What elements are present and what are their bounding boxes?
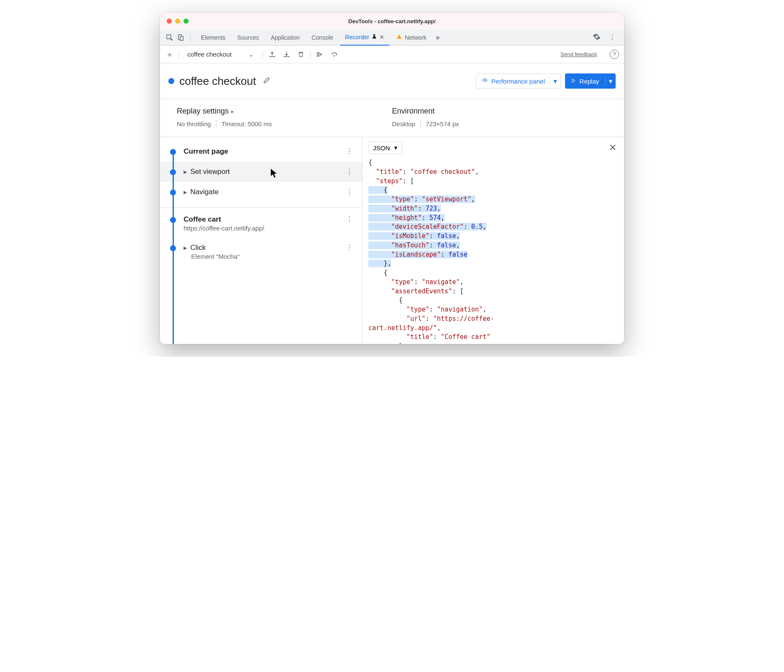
maximize-window-icon[interactable] [184,19,189,24]
titlebar[interactable]: DevTools - coffee-cart.netlify.app/ [160,13,624,30]
steps-panel: Current page ⋮ ▶ Set viewport ⋮ [160,137,362,344]
code-header: JSON ▾ ✕ [362,137,624,158]
step-over-icon[interactable] [329,49,339,60]
inspect-element-icon[interactable] [165,33,174,42]
devtools-window: DevTools - coffee-cart.netlify.app/ Elem… [160,13,624,344]
close-tab-icon[interactable]: ✕ [379,34,384,41]
environment-viewport: 723×574 px [426,120,459,127]
play-icon [571,78,576,85]
step-menu-icon[interactable]: ⋮ [344,244,354,252]
step-bullet-icon [170,245,176,251]
step-sublabel: https://coffee-cart.netlify.app/ [184,225,344,232]
expand-icon[interactable]: ▶ [184,245,187,251]
step-set-viewport[interactable]: ▶ Set viewport ⋮ [160,162,362,182]
performance-panel-button[interactable]: Performance panel ▾ [476,73,561,89]
chevron-right-icon: ▸ [231,108,234,114]
recording-title: coffee checkout [179,75,256,88]
chevron-down-icon: ⌄ [249,51,254,58]
recording-selector[interactable]: coffee checkout ⌄ [183,51,258,58]
expand-icon[interactable]: ▶ [184,169,187,175]
replay-settings-title[interactable]: Replay settings ▸ [177,107,392,116]
tab-recorder[interactable]: Recorder ✕ [340,30,390,46]
step-label: Click [190,244,206,252]
svg-rect-2 [180,36,183,41]
delete-icon[interactable] [296,49,306,60]
more-tabs-icon[interactable]: » [433,33,443,42]
replay-dropdown-icon[interactable]: ▾ [605,77,616,85]
perf-dropdown-icon[interactable]: ▾ [550,77,560,85]
speedometer-icon [481,77,488,85]
format-selector[interactable]: JSON ▾ [368,141,402,154]
throttling-value: No throttling [177,120,211,127]
main-split: Current page ⋮ ▶ Set viewport ⋮ [160,137,624,344]
step-navigate[interactable]: ▶ Navigate ⋮ [160,182,362,202]
edit-title-icon[interactable] [263,76,270,86]
new-recording-button[interactable]: ＋ [165,50,174,59]
close-code-panel-icon[interactable]: ✕ [607,142,618,153]
devtools-tabs: Elements Sources Application Console Rec… [160,30,624,46]
tab-network[interactable]: Network [391,30,431,45]
kebab-menu-icon[interactable]: ⋮ [606,33,619,41]
traffic-lights [167,19,189,24]
chevron-down-icon: ▾ [394,144,397,152]
header-actions: Performance panel ▾ Replay ▾ [476,73,616,89]
close-window-icon[interactable] [167,19,172,24]
recording-header: coffee checkout Performance panel ▾ [160,63,624,99]
replay-settings-row: Replay settings ▸ No throttling Timeout:… [160,99,624,137]
help-icon[interactable]: ? [610,50,619,59]
environment-title: Environment [392,107,607,116]
environment-device: Desktop [392,120,415,127]
settings-gear-icon[interactable] [589,33,604,42]
step-label: Coffee cart [184,215,344,224]
code-panel: JSON ▾ ✕ { "title": "coffee checkout", "… [362,137,624,344]
device-toggle-icon[interactable] [176,33,185,42]
timeout-value: Timeout: 5000 ms [222,120,272,127]
import-icon[interactable] [281,49,292,60]
tab-elements[interactable]: Elements [196,30,230,45]
step-menu-icon[interactable]: ⋮ [344,188,354,196]
recording-name: coffee checkout [187,51,232,58]
export-icon[interactable] [267,49,277,60]
tab-application[interactable]: Application [266,30,305,45]
warning-icon [396,34,402,41]
step-menu-icon[interactable]: ⋮ [344,147,354,155]
step-bullet-icon [170,217,176,223]
recording-status-dot [168,78,174,84]
step-menu-icon[interactable]: ⋮ [344,168,354,176]
flask-icon [372,34,377,41]
step-bullet-icon [170,149,176,155]
step-sublabel: Element "Mocha" [191,253,344,260]
svg-point-4 [484,81,485,81]
window-title: DevTools - coffee-cart.netlify.app/ [189,18,595,24]
step-label: Current page [184,147,344,156]
step-label: Set viewport [190,168,230,176]
step-separator [160,207,362,208]
minimize-window-icon[interactable] [175,19,180,24]
replay-button[interactable]: Replay ▾ [565,73,616,89]
step-label: Navigate [190,188,219,196]
recorder-toolbar: ＋ coffee checkout ⌄ Send feedback ? [160,46,624,63]
step-icon[interactable] [315,49,325,60]
step-menu-icon[interactable]: ⋮ [344,215,354,223]
step-coffee-cart[interactable]: Coffee cart https://coffee-cart.netlify.… [160,209,362,238]
tab-sources[interactable]: Sources [232,30,264,45]
step-bullet-icon [170,190,176,195]
send-feedback-link[interactable]: Send feedback [560,51,597,57]
code-body[interactable]: { "title": "coffee checkout", "steps": [… [362,158,624,344]
step-bullet-icon [170,169,176,175]
step-current-page[interactable]: Current page ⋮ [160,141,362,162]
tab-console[interactable]: Console [306,30,338,45]
expand-icon[interactable]: ▶ [184,190,187,195]
step-click[interactable]: ▶ Click Element "Mocha" ⋮ [160,238,362,266]
svg-point-3 [334,55,335,56]
